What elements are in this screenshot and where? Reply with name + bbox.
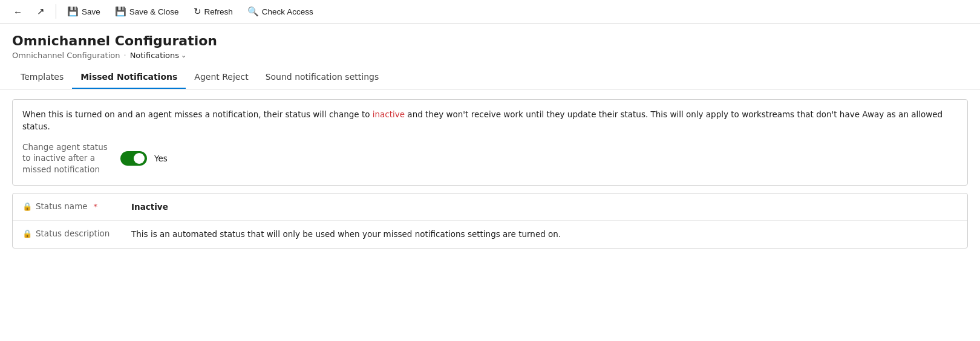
toolbar: ← ↗ 💾 Save 💾 Save & Close ↻ Refresh 🔍 Ch… [0, 0, 980, 24]
check-access-label: Check Access [262, 7, 313, 16]
refresh-label: Refresh [204, 7, 233, 16]
tab-templates[interactable]: Templates [12, 67, 72, 89]
field-value-status-name: Inactive [131, 201, 958, 213]
toggle-label: Change agent status to inactive after a … [22, 141, 113, 176]
check-access-icon: 🔍 [247, 6, 259, 17]
breadcrumb-current-label: Notifications [130, 51, 179, 60]
info-box: When this is turned on and an agent miss… [12, 99, 968, 186]
toggle-yes-label: Yes [154, 154, 168, 163]
field-row-status-description: 🔒 Status description This is an automate… [13, 221, 967, 247]
save-icon: 💾 [67, 6, 79, 17]
toggle-thumb [134, 153, 145, 164]
tab-templates-label: Templates [21, 72, 64, 82]
field-label-status-description: 🔒 Status description [22, 228, 131, 238]
lock-icon-status-name: 🔒 [22, 202, 32, 211]
info-text-part1: When this is turned on and an agent miss… [22, 109, 373, 119]
tabs-bar: Templates Missed Notifications Agent Rej… [0, 67, 980, 89]
tab-missed-notifications[interactable]: Missed Notifications [72, 67, 186, 89]
page-header: Omnichannel Configuration Omnichannel Co… [0, 24, 980, 60]
breadcrumb-separator: · [123, 51, 126, 60]
lock-icon-status-description: 🔒 [22, 229, 32, 238]
info-text: When this is turned on and an agent miss… [22, 108, 958, 133]
toggle-switch[interactable] [120, 151, 147, 166]
toolbar-divider-1 [56, 4, 56, 19]
save-close-button[interactable]: 💾 Save & Close [109, 4, 185, 19]
check-access-button[interactable]: 🔍 Check Access [241, 4, 319, 19]
share-button[interactable]: ↗ [31, 4, 51, 19]
breadcrumb-current: Notifications ⌄ [130, 51, 187, 60]
save-button[interactable]: 💾 Save [61, 4, 106, 19]
toggle-row: Change agent status to inactive after a … [22, 141, 958, 176]
field-value-status-description: This is an automated status that will on… [131, 228, 958, 240]
tab-sound-notification[interactable]: Sound notification settings [257, 67, 388, 89]
required-star-status-name: * [94, 202, 98, 211]
content-area: When this is turned on and an agent miss… [0, 89, 980, 258]
refresh-button[interactable]: ↻ Refresh [188, 4, 239, 19]
field-label-text-status-description: Status description [36, 229, 109, 238]
refresh-icon: ↻ [194, 6, 201, 17]
save-close-icon: 💾 [115, 6, 126, 17]
page-title: Omnichannel Configuration [12, 33, 968, 48]
tab-missed-notifications-label: Missed Notifications [80, 72, 177, 82]
breadcrumb-chevron-icon[interactable]: ⌄ [181, 51, 186, 59]
save-label: Save [82, 7, 100, 16]
tab-agent-reject[interactable]: Agent Reject [186, 67, 256, 89]
field-label-status-name: 🔒 Status name * [22, 201, 131, 211]
field-row-status-name: 🔒 Status name * Inactive [13, 193, 967, 221]
field-label-text-status-name: Status name [36, 201, 88, 211]
info-text-highlight: inactive [373, 109, 405, 119]
save-close-label: Save & Close [129, 7, 179, 16]
tab-agent-reject-label: Agent Reject [194, 72, 248, 82]
tab-sound-notification-label: Sound notification settings [266, 72, 379, 82]
back-button[interactable]: ← [7, 4, 28, 19]
share-icon: ↗ [37, 6, 45, 17]
breadcrumb-parent[interactable]: Omnichannel Configuration [12, 51, 120, 60]
back-icon: ← [13, 7, 22, 17]
fields-table: 🔒 Status name * Inactive 🔒 Status descri… [12, 193, 968, 248]
breadcrumb: Omnichannel Configuration · Notification… [12, 51, 968, 60]
